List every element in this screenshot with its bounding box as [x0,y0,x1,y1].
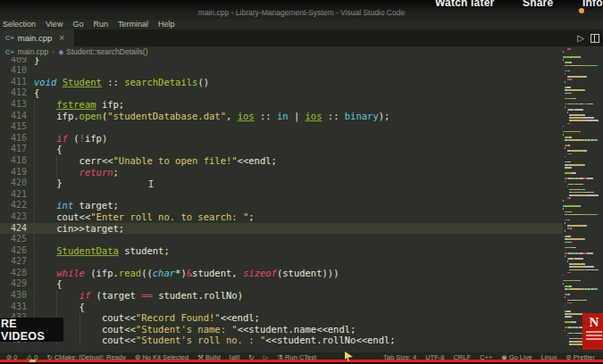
line-number: 425 [0,234,27,245]
code-line-431[interactable]: 431 { [0,302,563,313]
tab-bar: C+ main.cpp × ▷ [0,29,603,46]
line-number: 416 [0,133,27,145]
chevron-right-icon: › [52,47,54,56]
run-file-icon[interactable]: ▷ [577,32,584,44]
code-line-422[interactable]: 422 int target; [0,200,563,211]
code-line-425[interactable]: 425 [0,234,563,245]
code-line-427[interactable]: 427 [0,256,563,268]
window-title: main.cpp - Library-Management-System - V… [0,8,603,17]
breadcrumb: C+ main.cpp › ◈ Student::searchDetails() [0,46,563,57]
code-line-416[interactable]: 416 if (!ifp) [0,133,563,145]
menu-item-run[interactable]: Run [93,20,108,29]
cpp-file-icon: C+ [5,34,14,42]
code-line-418[interactable]: 418 cerr<<"Unable to open file!"<<endl; [0,155,563,167]
channel-logo-letter: N [590,315,599,329]
line-number: 420 [0,178,27,189]
code-line-434[interactable]: 434 cout<<"Student's roll no. : "<<stude… [0,335,563,346]
line-number: 419 [0,167,27,178]
code-line-419[interactable]: 419 return; [0,167,563,178]
line-number: 429 [0,278,27,290]
tab-main-cpp[interactable]: C+ main.cpp × [0,29,75,46]
more-videos-label: RE VIDEOS [0,318,63,343]
code-line-411[interactable]: 411void Student :: searchDetails() [0,77,563,88]
split-editor-icon[interactable] [590,34,599,43]
notification-dot [579,8,584,13]
menu-item-terminal[interactable]: Terminal [118,20,148,29]
menu-bar: SelectionViewGoRunTerminalHelp [0,20,603,29]
channel-logo[interactable]: N [582,313,603,350]
breadcrumb-symbol[interactable]: Student::searchDetails() [66,47,147,56]
code-line-424[interactable]: 424 cin>>target; [0,223,563,235]
line-number: 412 [0,87,27,99]
code-line-428[interactable]: 428 while (ifp.read((char*)&student, siz… [0,268,563,279]
vscode-window: main.cpp - Library-Management-System - V… [0,0,603,364]
code-line-426[interactable]: 426 StudentData student; [0,245,563,257]
close-icon[interactable]: × [59,33,64,43]
menu-item-view[interactable]: View [46,20,63,29]
line-number: 427 [0,256,27,268]
line-number: 417 [0,144,27,155]
line-number: 424 [0,223,27,235]
line-number: 413 [0,99,27,111]
code-line-429[interactable]: 429 { [0,278,563,290]
code-line-415[interactable]: 415 [0,121,563,133]
line-number: 428 [0,268,27,279]
line-number: 414 [0,111,27,122]
breadcrumb-file[interactable]: main.cpp [18,47,49,56]
line-number: 418 [0,155,27,167]
line-number: 430 [0,290,27,302]
tab-label: main.cpp [18,33,53,43]
info-button[interactable]: Info [582,0,603,9]
line-number: 410 [0,65,27,77]
cpp-file-icon: C+ [5,48,14,56]
share-button[interactable]: Share [523,0,553,9]
menu-item-help[interactable]: Help [158,20,175,29]
code-line-414[interactable]: 414 ifp.open("studentDatabase.dat", ios … [0,111,563,122]
minimap[interactable] [563,46,603,354]
code-line-410[interactable]: 410 [0,65,563,77]
text-cursor: I [148,179,154,189]
line-number: 411 [0,77,27,88]
code-line-417[interactable]: 417 { [0,144,563,155]
code-editor[interactable]: 408 return;409}410411void Student :: sea… [0,46,563,352]
menu-item-selection[interactable]: Selection [3,20,36,29]
code-line-430[interactable]: 430 if (target == student.rollNo) [0,290,563,302]
line-number: 426 [0,245,27,257]
method-symbol-icon: ◈ [58,48,63,56]
line-number: 431 [0,302,27,313]
code-line-421[interactable]: 421 [0,189,563,201]
code-line-432[interactable]: 432 cout<<"Record Found!"<<endl; [0,312,563,324]
menu-item-go[interactable]: Go [72,20,83,29]
line-number: 415 [0,121,27,133]
line-number: 421 [0,189,27,201]
code-line-420[interactable]: 420 } [0,178,563,189]
watch-later-button[interactable]: Watch later [435,0,494,9]
more-videos-overlay[interactable]: RE VIDEOS [0,318,63,342]
code-line-412[interactable]: 412{ [0,87,563,99]
line-number: 423 [0,211,27,223]
code-line-423[interactable]: 423 cout<<"Enter roll no. to search: "; [0,211,563,223]
code-line-433[interactable]: 433 cout<<"Student's name: "<<student.na… [0,324,563,335]
title-bar: main.cpp - Library-Management-System - V… [0,0,603,20]
code-line-413[interactable]: 413 fstream ifp; [0,99,563,111]
line-number: 422 [0,200,27,211]
